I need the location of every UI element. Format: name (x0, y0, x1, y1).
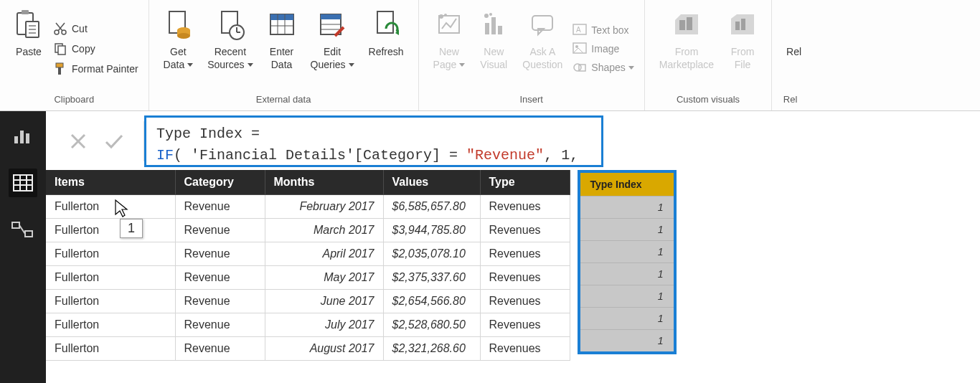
cell-value[interactable]: $2,321,268.60 (383, 337, 480, 361)
table-row[interactable]: FullertonRevenueMarch 2017$3,944,785.80R… (46, 219, 570, 242)
get-data-label: Get Data (164, 46, 194, 71)
cut-button[interactable]: Cut (50, 19, 141, 39)
cell-items[interactable]: Fullerton (46, 337, 175, 361)
relationships-button[interactable]: Rel (779, 3, 801, 60)
cell-items[interactable]: Fullerton (46, 219, 175, 242)
cell-month[interactable]: August 2017 (265, 337, 383, 361)
image-button[interactable]: Image (570, 39, 636, 58)
cell-type[interactable]: Revenues (480, 219, 570, 242)
cell-month[interactable]: May 2017 (265, 266, 383, 290)
cell-type[interactable]: Revenues (480, 266, 570, 290)
col-header-months[interactable]: Months (265, 170, 383, 195)
shapes-label: Shapes (591, 62, 633, 73)
get-data-button[interactable]: Get Data (156, 3, 201, 72)
cell-value[interactable]: $3,944,785.80 (383, 219, 480, 242)
cell-month[interactable]: March 2017 (265, 219, 383, 242)
cell-category[interactable]: Revenue (175, 337, 265, 361)
cell-value[interactable]: $2,654,566.80 (383, 290, 480, 313)
cell-month[interactable]: April 2017 (265, 242, 383, 266)
cell-value[interactable]: $2,035,078.10 (383, 242, 480, 266)
cell-items[interactable]: Fullerton (46, 266, 175, 290)
cell-items[interactable]: Fullerton (46, 242, 175, 266)
type-index-cell[interactable]: 1 (580, 241, 674, 263)
edit-queries-button[interactable]: Edit Queries (303, 3, 362, 72)
formula-string: "Revenue" (466, 147, 544, 164)
text-box-button[interactable]: A Text box (570, 21, 636, 39)
col-header-values[interactable]: Values (383, 170, 480, 195)
cell-type[interactable]: Revenues (480, 337, 570, 361)
new-page-button[interactable]: New Page (426, 3, 473, 72)
recent-sources-button[interactable]: Recent Sources (200, 3, 260, 72)
table-row[interactable]: FullertonRevenueMay 2017$2,375,337.60Rev… (46, 266, 570, 290)
copy-icon (53, 42, 67, 56)
cell-category[interactable]: Revenue (175, 219, 265, 242)
type-index-cell[interactable]: 1 (580, 308, 674, 330)
ask-question-button[interactable]: Ask A Question (515, 3, 570, 72)
cell-value[interactable]: $2,528,680.50 (383, 313, 480, 337)
from-file-button[interactable]: From File (721, 3, 764, 72)
cell-category[interactable]: Revenue (175, 290, 265, 313)
svg-rect-1 (22, 10, 29, 14)
cell-type[interactable]: Revenues (480, 290, 570, 313)
paste-icon (14, 7, 43, 42)
new-visual-button[interactable]: New Visual (472, 3, 515, 72)
type-index-cell[interactable]: 1 (580, 197, 674, 219)
cell-items[interactable]: Fullerton (46, 313, 175, 337)
data-view-button[interactable] (9, 169, 37, 197)
table-row[interactable]: FullertonRevenueAugust 2017$2,321,268.60… (46, 337, 570, 361)
col-header-category[interactable]: Category (175, 170, 265, 195)
cell-category[interactable]: Revenue (175, 266, 265, 290)
shapes-button[interactable]: Shapes (570, 58, 636, 77)
format-painter-button[interactable]: Format Painter (50, 59, 141, 79)
edit-queries-icon (318, 7, 347, 42)
col-header-items[interactable]: Items (46, 170, 175, 195)
svg-point-17 (177, 33, 190, 39)
cell-type[interactable]: Revenues (480, 195, 570, 219)
cell-items[interactable]: Fullerton (46, 290, 175, 313)
copy-button[interactable]: Copy (50, 39, 141, 59)
ribbon: Paste Cut Copy (0, 0, 980, 111)
col-header-type[interactable]: Type (480, 170, 570, 195)
cancel-formula-button[interactable] (69, 132, 88, 151)
cell-value[interactable]: $6,585,657.80 (383, 195, 480, 219)
cell-category[interactable]: Revenue (175, 242, 265, 266)
table-row[interactable]: FullertonRevenueApril 2017$2,035,078.10R… (46, 242, 570, 266)
ask-question-label: Ask A Question (522, 46, 562, 71)
enter-data-button[interactable]: Enter Data (260, 3, 303, 72)
edit-queries-label: Edit Queries (311, 46, 354, 71)
ribbon-group-label-external: External data (256, 91, 311, 109)
table-row[interactable]: FullertonRevenueJune 2017$2,654,566.80Re… (46, 290, 570, 313)
formula-input[interactable]: Type Index = IF( 'Financial Details'[Cat… (144, 115, 603, 167)
report-view-button[interactable] (9, 121, 37, 150)
cell-month[interactable]: July 2017 (265, 313, 383, 337)
table-row[interactable]: FullertonRevenueFebruary 2017$6,585,657.… (46, 195, 570, 219)
cell-value[interactable]: $2,375,337.60 (383, 266, 480, 290)
from-marketplace-button[interactable]: From Marketplace (652, 3, 721, 72)
cell-category[interactable]: Revenue (175, 195, 265, 219)
from-marketplace-label: From Marketplace (659, 46, 714, 71)
type-index-cell[interactable]: 1 (580, 219, 674, 241)
table-row[interactable]: FullertonRevenueJuly 2017$2,528,680.50Re… (46, 313, 570, 337)
commit-formula-button[interactable] (103, 132, 125, 151)
type-index-cell[interactable]: 1 (580, 330, 674, 352)
cell-type[interactable]: Revenues (480, 313, 570, 337)
data-table[interactable]: ItemsCategoryMonthsValuesType FullertonR… (46, 170, 570, 361)
refresh-button[interactable]: Refresh (362, 3, 411, 60)
new-page-label: New Page (433, 46, 466, 71)
type-index-cell[interactable]: 1 (580, 285, 674, 308)
ribbon-group-clipboard: Paste Cut Copy (0, 0, 149, 110)
cell-category[interactable]: Revenue (175, 313, 265, 337)
type-index-column[interactable]: Type Index 1111111 1 (578, 170, 677, 354)
cell-items[interactable]: Fullerton (46, 195, 175, 219)
cell-type[interactable]: Revenues (480, 242, 570, 266)
svg-rect-11 (58, 46, 65, 55)
cell-month[interactable]: June 2017 (265, 290, 383, 313)
brush-icon (53, 62, 67, 76)
from-file-icon (728, 7, 757, 42)
paste-button[interactable]: Paste (7, 3, 50, 60)
cell-month[interactable]: February 2017 (265, 195, 383, 219)
model-view-button[interactable] (9, 216, 37, 245)
svg-rect-13 (58, 67, 61, 75)
type-index-cell[interactable]: 1 (580, 263, 674, 285)
type-index-header[interactable]: Type Index (580, 173, 674, 197)
